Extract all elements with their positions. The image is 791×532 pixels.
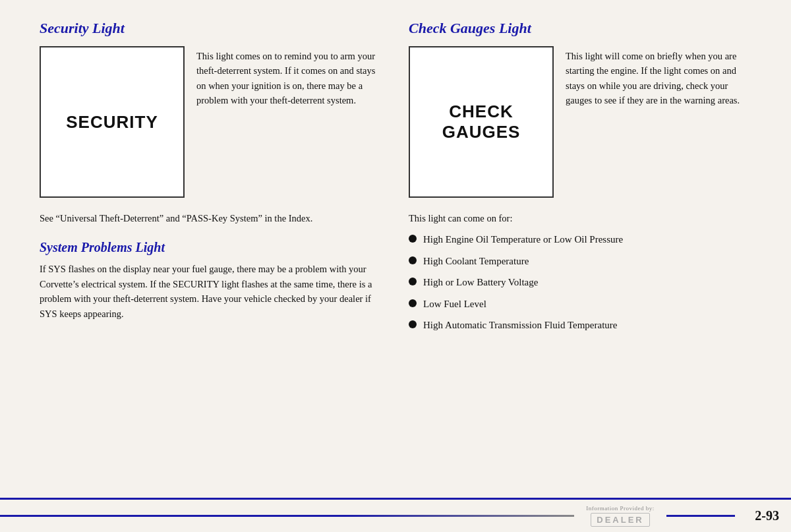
security-description: This light comes on to remind you to arm… bbox=[196, 46, 382, 108]
security-box-label: SECURITY bbox=[66, 112, 158, 133]
security-see-note: See “Universal Theft-Deterrent” and “PAS… bbox=[40, 211, 382, 225]
check-gauges-box: CHECK GAUGES bbox=[409, 46, 554, 198]
footer-page-number: 2-93 bbox=[735, 508, 791, 523]
footer: Information Provided by: DEALER 2-93 bbox=[0, 498, 791, 532]
footer-logo: DEALER bbox=[591, 513, 649, 527]
security-light-title: Security Light bbox=[40, 20, 382, 37]
footer-right-line bbox=[666, 515, 736, 517]
security-light-box: SECURITY bbox=[40, 46, 185, 198]
check-gauges-title: Check Gauges Light bbox=[409, 20, 751, 37]
check-gauges-bullets: High Engine Oil Temperature or Low Oil P… bbox=[409, 232, 751, 333]
list-item: High Coolant Temperature bbox=[409, 254, 751, 269]
check-gauges-intro: This light can come on for: bbox=[409, 211, 751, 225]
footer-center: Information Provided by: DEALER bbox=[574, 505, 666, 527]
security-light-row: SECURITY This light comes on to remind y… bbox=[40, 46, 382, 198]
check-gauges-row: CHECK GAUGES This light will come on bri… bbox=[409, 46, 751, 198]
main-content: Security Light SECURITY This light comes… bbox=[40, 20, 751, 340]
footer-left-line bbox=[0, 515, 574, 517]
footer-info-text: Information Provided by: bbox=[586, 505, 655, 512]
check-gauges-box-label: CHECK GAUGES bbox=[442, 102, 521, 142]
bullet-icon bbox=[409, 235, 417, 243]
list-item: High or Low Battery Voltage bbox=[409, 275, 751, 290]
page: Security Light SECURITY This light comes… bbox=[0, 0, 791, 532]
bullet-icon bbox=[409, 256, 417, 264]
bullet-icon bbox=[409, 278, 417, 285]
system-problems-title: System Problems Light bbox=[40, 240, 382, 255]
check-gauges-description: This light will come on briefly when you… bbox=[566, 46, 751, 108]
bullet-icon bbox=[409, 299, 417, 307]
list-item: High Engine Oil Temperature or Low Oil P… bbox=[409, 232, 751, 247]
left-column: Security Light SECURITY This light comes… bbox=[40, 20, 382, 340]
list-item: High Automatic Transmission Fluid Temper… bbox=[409, 318, 751, 333]
list-item: Low Fuel Level bbox=[409, 297, 751, 312]
bullet-icon bbox=[409, 320, 417, 328]
right-column: Check Gauges Light CHECK GAUGES This lig… bbox=[409, 20, 751, 340]
system-problems-body: If SYS flashes on the display near your … bbox=[40, 262, 382, 321]
